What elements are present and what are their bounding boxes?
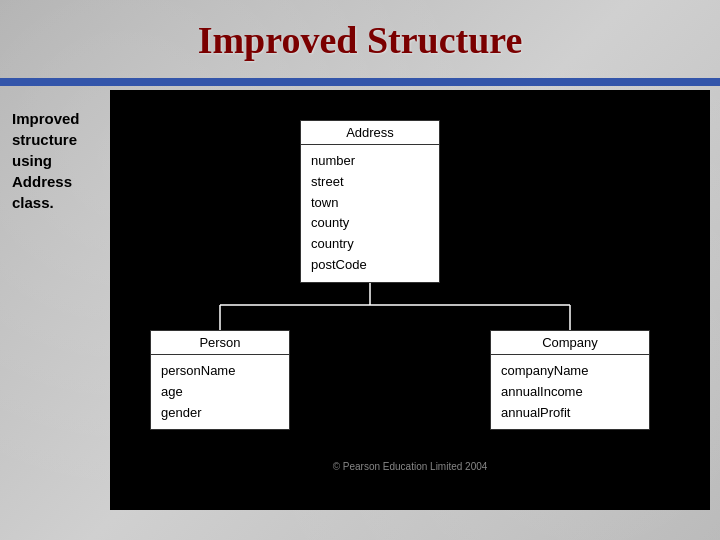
address-field-1: number <box>311 151 429 172</box>
person-field-2: age <box>161 382 279 403</box>
company-class: Company companyName annualIncome annualP… <box>490 330 650 430</box>
sidebar-line-2: structure <box>12 129 112 150</box>
company-class-header: Company <box>491 331 649 355</box>
address-class: Address number street town county countr… <box>300 120 440 283</box>
sidebar-line-4: Address <box>12 171 112 192</box>
diagram-area: Address number street town county countr… <box>110 90 710 510</box>
address-class-body: number street town county country postCo… <box>301 145 439 282</box>
page-title: Improved Structure <box>0 18 720 62</box>
address-field-5: country <box>311 234 429 255</box>
address-class-header: Address <box>301 121 439 145</box>
title-stripe <box>0 78 720 86</box>
person-class-header: Person <box>151 331 289 355</box>
sidebar-line-5: class. <box>12 192 112 213</box>
company-field-1: companyName <box>501 361 639 382</box>
company-field-2: annualIncome <box>501 382 639 403</box>
uml-diagram: Address number street town county countr… <box>130 110 690 510</box>
person-class: Person personName age gender <box>150 330 290 430</box>
person-field-1: personName <box>161 361 279 382</box>
sidebar-line-1: Improved <box>12 108 112 129</box>
copyright: © Pearson Education Limited 2004 <box>333 461 488 472</box>
address-field-3: town <box>311 193 429 214</box>
address-field-2: street <box>311 172 429 193</box>
address-field-6: postCode <box>311 255 429 276</box>
address-field-4: county <box>311 213 429 234</box>
person-field-3: gender <box>161 403 279 424</box>
company-field-3: annualProfit <box>501 403 639 424</box>
company-class-body: companyName annualIncome annualProfit <box>491 355 649 429</box>
person-class-body: personName age gender <box>151 355 289 429</box>
sidebar-line-3: using <box>12 150 112 171</box>
sidebar-text: Improved structure using Address class. <box>12 108 112 213</box>
